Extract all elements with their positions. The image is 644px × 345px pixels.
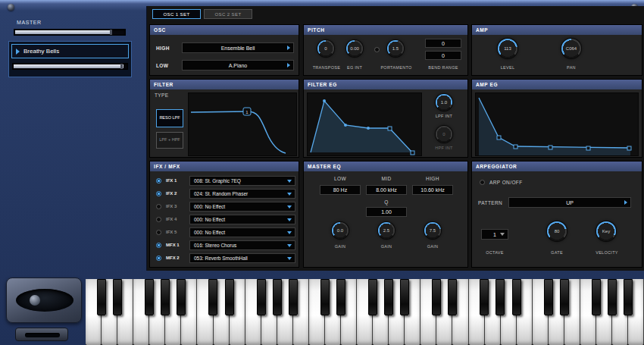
- piano-black-key[interactable]: [208, 279, 217, 315]
- tab-osc1-set[interactable]: OSC 1 SET: [152, 9, 201, 19]
- ifx3-dropdown[interactable]: 000: No Effect: [189, 202, 295, 212]
- arp-pattern-dropdown[interactable]: UP: [508, 197, 631, 208]
- preset-volume-slider[interactable]: [12, 63, 128, 70]
- eq-low-freq-field[interactable]: 80 Hz: [320, 185, 361, 195]
- piano-black-key[interactable]: [320, 279, 330, 315]
- piano-black-key[interactable]: [448, 279, 457, 315]
- ifx1-dropdown[interactable]: 008: St. Graphic 7EQ: [189, 176, 295, 186]
- eq-high-freq-field[interactable]: 10.60 kHz: [412, 185, 453, 195]
- joystick-slot: [16, 289, 73, 312]
- screw-icon: [8, 4, 14, 11]
- piano-black-key[interactable]: [496, 279, 505, 315]
- ifx3-toggle[interactable]: [156, 204, 161, 209]
- mfx2-dropdown[interactable]: 053: Reverb SmoothHall: [189, 253, 295, 263]
- ifx5-label: IFX 5: [166, 230, 177, 234]
- transpose-value: 0: [324, 46, 327, 51]
- preset-arrow-icon: [16, 49, 20, 55]
- ifx4-toggle[interactable]: [156, 217, 161, 222]
- ifx4-dropdown[interactable]: 000: No Effect: [189, 215, 295, 224]
- filter-curve-graph[interactable]: 1: [188, 93, 297, 156]
- arp-on-off-toggle[interactable]: [480, 180, 485, 185]
- filter-type-lpf-hpf-button[interactable]: LPF + HPF: [156, 132, 183, 149]
- eq-q-field[interactable]: 1.00: [366, 207, 407, 217]
- piano-black-key[interactable]: [480, 279, 489, 315]
- tab-osc2-set[interactable]: OSC 2 SET: [204, 9, 252, 19]
- osc-high-dropdown[interactable]: Ensemble Bell: [182, 42, 294, 53]
- arpeggiator-section-title: ARPEGGIATOR: [472, 162, 642, 171]
- transpose-knob[interactable]: 0: [317, 40, 334, 57]
- piano-black-key[interactable]: [273, 279, 282, 315]
- bend-range-up-field[interactable]: 0: [425, 39, 461, 48]
- piano-black-key[interactable]: [560, 279, 569, 315]
- piano-black-key[interactable]: [145, 279, 154, 315]
- eq-high-label: HIGH: [412, 176, 453, 181]
- piano-black-key[interactable]: [289, 279, 298, 315]
- hpf-int-knob[interactable]: 0: [436, 126, 452, 143]
- piano-black-key[interactable]: [608, 279, 617, 315]
- arp-pattern-label: PATTERN: [478, 200, 502, 205]
- eq-mid-gain-knob[interactable]: 2.5: [378, 222, 395, 239]
- eq-low-gain-knob[interactable]: 0.0: [332, 222, 349, 239]
- portamento-toggle[interactable]: [374, 47, 380, 52]
- ifx2-toggle[interactable]: [156, 191, 161, 196]
- eq-mid-label: MID: [366, 176, 407, 181]
- piano-black-key[interactable]: [257, 279, 266, 315]
- filter-eg-section: FILTER EG 1.0 LPF INT 0 HPF IN: [303, 79, 468, 158]
- bend-range-down-field[interactable]: 0: [425, 51, 461, 60]
- slider-handle[interactable]: [120, 64, 123, 69]
- arp-velocity-label: VELOCITY: [586, 250, 628, 255]
- piano-black-key[interactable]: [432, 279, 441, 315]
- eg-int-label: EG INT: [338, 65, 371, 70]
- ifx5-dropdown[interactable]: 000: No Effect: [189, 227, 295, 237]
- eq-high-gain-value: 7.5: [430, 228, 436, 233]
- piano-keyboard[interactable]: [86, 279, 644, 345]
- mfx1-dropdown[interactable]: 016: Stereo Chorus: [189, 240, 295, 250]
- ifx5-toggle[interactable]: [156, 230, 161, 235]
- eq-mid-freq-field[interactable]: 8.00 kHz: [366, 185, 407, 195]
- piano-black-key[interactable]: [336, 279, 345, 315]
- master-volume-slider[interactable]: [14, 29, 126, 36]
- dropdown-arrow-icon: [287, 193, 292, 196]
- amp-eg-section: AMP EG: [471, 79, 642, 158]
- ifx1-toggle[interactable]: [156, 178, 161, 183]
- osc-low-dropdown[interactable]: A.Piano: [182, 60, 294, 71]
- level-knob[interactable]: 113: [498, 39, 517, 58]
- piano-black-key[interactable]: [161, 279, 170, 315]
- lpf-int-knob[interactable]: 1.0: [436, 94, 452, 111]
- eq-high-gain-knob[interactable]: 7.5: [424, 222, 441, 239]
- piano-black-key[interactable]: [512, 279, 521, 315]
- piano-black-key[interactable]: [592, 279, 601, 315]
- mfx2-toggle[interactable]: [156, 256, 161, 261]
- eq-q-label: Q: [366, 199, 407, 205]
- piano-black-key[interactable]: [113, 279, 122, 315]
- arp-velocity-knob[interactable]: Key: [596, 221, 616, 241]
- hpf-int-label: HPF INT: [427, 146, 461, 150]
- arp-gate-knob[interactable]: 80: [547, 221, 567, 241]
- piano-black-key[interactable]: [225, 279, 234, 315]
- filter-type-reso-lpf-button[interactable]: RESO LPF: [156, 109, 183, 127]
- slider-handle[interactable]: [110, 30, 112, 35]
- piano-black-key[interactable]: [400, 279, 409, 315]
- joystick[interactable]: [30, 295, 40, 306]
- ifx4-value: 000: No Effect: [194, 217, 225, 222]
- amp-eg-graph[interactable]: [475, 93, 639, 156]
- eq-mid-gain-value: 2.5: [383, 228, 389, 233]
- arp-octave-select[interactable]: 1: [481, 229, 508, 240]
- piano-black-key[interactable]: [544, 279, 553, 315]
- filter-eg-graph[interactable]: [307, 93, 422, 156]
- pan-knob[interactable]: C064: [561, 39, 581, 58]
- piano-black-key[interactable]: [177, 279, 186, 315]
- mfx1-toggle[interactable]: [156, 243, 161, 248]
- switch-slot[interactable]: [25, 333, 60, 337]
- piano-black-key[interactable]: [624, 279, 633, 315]
- eg-int-knob[interactable]: 0.00: [346, 40, 363, 57]
- ifx2-dropdown[interactable]: 024: St. Random Phaser: [189, 189, 295, 199]
- filter-section-title: FILTER: [150, 80, 299, 89]
- ifx2-label: IFX 2: [166, 191, 177, 196]
- piano-black-key[interactable]: [97, 279, 106, 315]
- portamento-knob[interactable]: 1.5: [387, 40, 404, 57]
- preset-selector[interactable]: Breathy Bells: [11, 44, 129, 58]
- portamento-value: 1.5: [392, 46, 399, 51]
- piano-black-key[interactable]: [384, 279, 393, 315]
- piano-black-key[interactable]: [368, 279, 377, 315]
